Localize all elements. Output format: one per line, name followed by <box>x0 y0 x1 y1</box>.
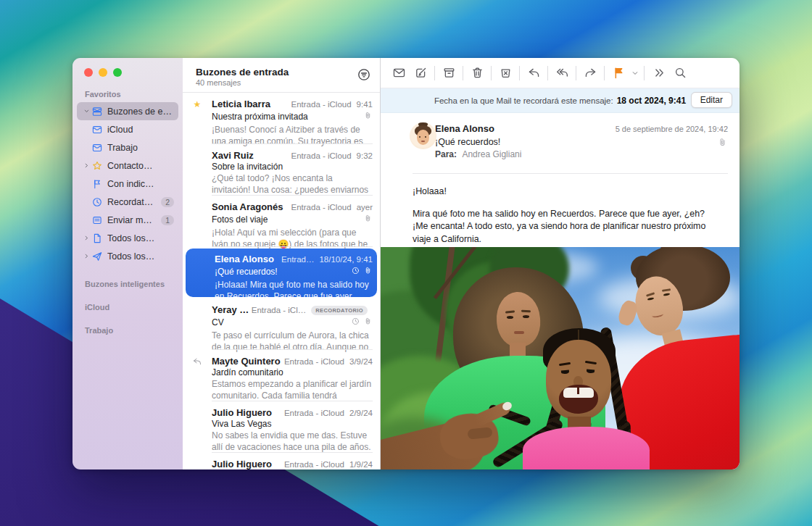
message-list: Buzones de entrada 40 mensajes ★ Leticia… <box>183 58 381 469</box>
sidebar-item-flagged[interactable]: Con indic… <box>77 175 178 193</box>
message-sender: Mayte Quintero <box>212 356 284 367</box>
message-sender: Julio Higuero <box>212 459 284 469</box>
to-label: Para: <box>435 149 457 159</box>
window-controls <box>72 58 183 80</box>
message-attachment-icons <box>363 213 373 226</box>
message-time: 18/10/24, 9:41 <box>319 255 373 264</box>
message-sender: Yeray Martín <box>212 304 252 315</box>
compose-icon[interactable] <box>410 64 431 83</box>
sidebar-item-contacts[interactable]: Contacto… <box>77 156 178 175</box>
message-list-item[interactable]: ★ Leticia Ibarra Entrada - iCloud 9:41 N… <box>183 93 380 144</box>
paper-plane-icon <box>91 250 104 262</box>
chevron-right-icon[interactable] <box>81 162 91 170</box>
trash-icon[interactable] <box>466 64 488 83</box>
filter-icon[interactable] <box>357 67 371 82</box>
mail-tray-icon <box>91 123 104 135</box>
reply-all-icon[interactable] <box>551 64 573 83</box>
search-icon[interactable] <box>669 64 691 83</box>
sidebar-item-label: Contacto… <box>107 161 174 171</box>
sidebar-items: Buzones de e… iCloud Trabajo Contacto… C… <box>72 102 183 265</box>
flag-icon[interactable] <box>608 64 629 83</box>
message-status-gutter <box>186 254 215 297</box>
attachment-paperclip-icon <box>717 137 728 148</box>
sidebar-item-label: Enviar m… <box>107 215 158 225</box>
sidebar-item-trabajo[interactable]: Trabajo <box>77 138 178 156</box>
reminder-clock-icon <box>351 265 360 278</box>
sidebar-item-drafts[interactable]: Todos los… <box>77 229 178 247</box>
message-attachment-icons <box>351 265 373 278</box>
message-mailbox: Entrada - iCloud <box>291 203 352 212</box>
reminder-banner-date: 18 oct 2024, 9:41 <box>617 96 686 106</box>
message-list-item[interactable]: Xavi Ruiz Entrada - iCloud 9:32 Sobre la… <box>183 144 380 196</box>
message-subject: ¡Qué recuerdos! <box>215 267 351 277</box>
paperclip-icon <box>363 265 373 278</box>
attachment-photo[interactable] <box>381 247 740 469</box>
message-pane: Fecha en la que Mail te recordará este m… <box>381 58 740 469</box>
junk-icon[interactable] <box>494 64 516 83</box>
sidebar-item-sent[interactable]: Todos los… <box>77 247 178 265</box>
message-sender: Julio Higuero <box>212 407 284 418</box>
archive-icon[interactable] <box>438 64 460 83</box>
zoom-button[interactable] <box>113 68 122 77</box>
message-mailbox: Entrada - iCl… <box>252 306 306 314</box>
sidebar-item-send-later[interactable]: Enviar m… 1 <box>77 211 178 229</box>
message-time: 9:41 <box>357 100 373 109</box>
forward-icon[interactable] <box>579 64 601 83</box>
sidebar-item-label: Con indic… <box>107 179 174 189</box>
message-subject: Nuestra próxima invitada <box>212 112 363 122</box>
message-preview: No sabes la envidia que me das. Estuve a… <box>212 430 373 453</box>
chevron-down-icon[interactable] <box>81 107 91 115</box>
paperclip-icon <box>363 316 373 329</box>
toolbar-separator <box>576 66 576 80</box>
reminder-banner-text: Fecha en la que Mail te recordará este m… <box>434 96 613 105</box>
sidebar-item-label: Trabajo <box>107 143 174 153</box>
message-list-item[interactable]: Yeray Martín Entrada - iCl… RECORDATORIO… <box>183 299 380 350</box>
reply-icon[interactable] <box>523 64 544 83</box>
unread-count-badge: 1 <box>161 215 174 225</box>
message-attachment-icons <box>351 316 373 329</box>
mail-icon[interactable] <box>388 64 410 83</box>
message-list-item[interactable]: Elena Alonso Entrad… 18/10/24, 9:41 ¡Qué… <box>186 249 377 297</box>
sidebar-item-label: Buzones de e… <box>107 107 174 117</box>
close-button[interactable] <box>84 68 93 77</box>
message-subject: Viva Las Vegas <box>212 419 373 429</box>
sidebar-section-icloud[interactable]: iCloud <box>85 303 183 312</box>
sidebar-section-smart-mailboxes[interactable]: Buzones inteligentes <box>85 280 183 288</box>
message-count: 40 mensajes <box>196 78 370 87</box>
send-later-icon <box>91 214 104 226</box>
message-date: 5 de septiembre de 2024, 19:42 <box>616 125 728 133</box>
sidebar-item-icloud[interactable]: iCloud <box>77 120 178 138</box>
chevron-right-icon[interactable] <box>81 234 91 242</box>
message-list-item[interactable]: Julio Higuero Entrada - iCloud 2/9/24 Vi… <box>183 401 380 453</box>
message-status-gutter <box>183 304 212 350</box>
message-list-item[interactable]: Sonia Aragonés Entrada - iCloud ayer Fot… <box>183 196 380 247</box>
toolbar-separator <box>434 66 435 80</box>
edit-reminder-button[interactable]: Editar <box>691 92 732 108</box>
message-subject: ¡Qué recuerdos! <box>435 137 728 147</box>
message-mailbox: Entrada - iCloud <box>291 100 352 109</box>
paperclip-icon <box>363 110 373 123</box>
message-status-gutter <box>183 407 212 453</box>
message-body-paragraph: ¡Holaaa! <box>413 185 718 199</box>
message-sender: Sonia Aragonés <box>212 201 291 212</box>
document-icon <box>91 232 104 244</box>
woman-center-shirt-pink <box>523 427 650 469</box>
recipient-name[interactable]: Andrea Gigliani <box>462 149 521 159</box>
sidebar-item-inbox[interactable]: Buzones de e… <box>77 102 178 120</box>
more-icon[interactable] <box>647 64 669 83</box>
message-subject: Sobre la invitación <box>212 162 373 172</box>
chevron-right-icon[interactable] <box>81 252 91 260</box>
message-sender: Elena Alonso <box>215 254 281 264</box>
star-icon <box>91 159 104 172</box>
message-subject: Jardín comunitario <box>212 367 373 377</box>
message-list-item[interactable]: Mayte Quintero Entrada - iCloud 3/9/24 J… <box>183 350 380 401</box>
minimize-button[interactable] <box>99 68 107 77</box>
sidebar-section-favorites: Favoritos <box>85 90 183 99</box>
message-list-header: Buzones de entrada 40 mensajes <box>183 58 380 93</box>
message-list-item[interactable]: Julio Higuero Entrada - iCloud 1/9/24 <box>183 453 380 469</box>
flag-menu-icon[interactable] <box>629 64 641 83</box>
sidebar-item-reminders[interactable]: Recordat… 2 <box>77 193 178 211</box>
woman-left-eye <box>523 315 529 318</box>
sidebar-section-trabajo[interactable]: Trabajo <box>85 326 183 335</box>
sender-avatar[interactable] <box>410 122 436 149</box>
